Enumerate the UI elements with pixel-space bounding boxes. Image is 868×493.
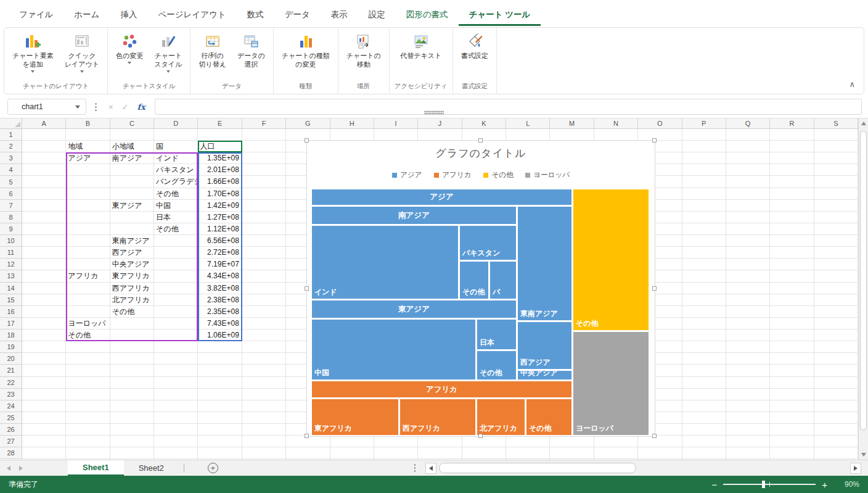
column-header-A[interactable]: A [22,118,66,129]
legend-item[interactable]: ヨーロッパ [525,170,570,180]
row-header-5[interactable]: 5 [0,176,22,188]
treemap-cell[interactable]: その他 [460,262,488,299]
legend-item[interactable]: アフリカ [434,170,471,180]
cancel-entry-icon[interactable]: × [104,102,118,112]
chart-resize-handle[interactable] [305,434,309,438]
cell-B17[interactable]: ヨーロッパ [66,319,105,328]
hscroll-left-icon[interactable] [425,463,436,474]
row-header-21[interactable]: 21 [0,365,22,376]
horizontal-scrollbar-thumb[interactable] [439,463,636,473]
vertical-scrollbar[interactable] [858,118,868,460]
menu-tab[interactable]: 挿入 [110,3,147,26]
treemap-cell[interactable]: バ [490,262,516,299]
cell-B18[interactable]: その他 [66,331,91,340]
name-box-dropdown-icon[interactable] [75,106,80,109]
column-header-B[interactable]: B [66,118,110,129]
column-header-N[interactable]: N [594,118,638,129]
treemap-cell[interactable]: アフリカ [312,381,571,397]
sheet-tab-sheet1[interactable]: Sheet1 [68,460,124,476]
chart-resize-handle[interactable] [305,138,309,143]
column-header-I[interactable]: I [374,118,418,129]
zoom-percent[interactable]: 90% [838,480,859,489]
cell-D7[interactable]: 中国 [154,201,171,210]
treemap-cell[interactable]: 東アジア [312,300,516,318]
enter-entry-icon[interactable]: ✓ [118,102,133,112]
cell-C3[interactable]: 南アジア [110,154,142,163]
treemap-cell[interactable]: その他 [573,189,649,330]
row-header-12[interactable]: 12 [0,259,22,270]
ribbon-button[interactable]: チャート スタイル [149,30,187,73]
cell-E3[interactable]: 1.35E+09 [198,154,240,163]
ribbon-button[interactable]: チャート要素 を追加 [7,30,59,73]
cell-B2[interactable]: 地域 [66,142,83,151]
cell-D3[interactable]: インド [154,154,179,163]
column-header-P[interactable]: P [682,118,726,129]
row-header-18[interactable]: 18 [0,329,22,341]
menu-tab[interactable]: 数式 [237,3,274,26]
treemap-cell[interactable]: 北アフリカ [477,399,525,435]
menu-tab[interactable]: チャート ツール [459,3,541,26]
column-header-L[interactable]: L [506,118,550,129]
cell-D9[interactable]: その他 [154,225,179,234]
treemap-plot-area[interactable]: アジア南アジアインドパキスタンその他バ東アジア中国日本その他東南アジア西アジア中… [312,189,649,435]
treemap-cell[interactable]: その他 [526,399,571,435]
cell-C16[interactable]: その他 [110,307,135,317]
treemap-cell[interactable]: アジア [312,189,571,205]
add-sheet-button[interactable]: + [208,463,218,473]
column-header-O[interactable]: O [638,118,682,129]
ribbon-button[interactable]: クイック レイアウト [59,30,105,73]
menu-tab[interactable]: 表示 [321,3,358,26]
row-header-23[interactable]: 23 [0,389,22,400]
row-header-10[interactable]: 10 [0,235,22,247]
cell-C11[interactable]: 西アジア [110,248,142,257]
ribbon-button[interactable]: データの 選択 [232,30,271,68]
column-header-F[interactable]: F [242,118,286,129]
chart-title[interactable]: グラフのタイトル [307,146,655,160]
legend-item[interactable]: アジア [392,170,422,180]
insert-function-icon[interactable]: fx [133,102,150,112]
cell-C2[interactable]: 小地域 [110,142,134,151]
cell-E5[interactable]: 1.66E+08 [198,177,240,186]
row-header-9[interactable]: 9 [0,223,22,235]
cell-E9[interactable]: 1.12E+08 [198,225,240,234]
cell-D6[interactable]: その他 [154,189,179,199]
legend-item[interactable]: その他 [483,170,513,180]
dropdown-caret-icon[interactable] [80,70,84,73]
ribbon-button[interactable]: 書式設定 [456,30,494,60]
treemap-cell[interactable]: 中国 [312,320,475,379]
row-header-24[interactable]: 24 [0,400,22,412]
row-header-25[interactable]: 25 [0,412,22,424]
treemap-cell[interactable]: 中央アジア [518,371,571,379]
row-header-15[interactable]: 15 [0,294,22,306]
cell-E15[interactable]: 2.38E+08 [198,296,240,305]
cell-D2[interactable]: 国 [154,142,163,151]
pane-drag-dots-icon[interactable] [424,110,444,115]
formula-input[interactable] [155,99,862,115]
column-header-J[interactable]: J [418,118,462,129]
row-header-2[interactable]: 2 [0,141,22,152]
ribbon-button[interactable]: 色の変更 [110,30,149,64]
select-all-corner[interactable] [0,118,22,129]
cell-E6[interactable]: 1.70E+08 [198,189,240,199]
chart-resize-handle[interactable] [305,286,309,291]
treemap-cell[interactable]: 日本 [477,320,516,349]
dropdown-caret-icon[interactable] [166,70,170,73]
menu-tab[interactable]: 図形の書式 [396,3,459,26]
cell-D4[interactable]: パキスタン [154,165,197,175]
chart-legend[interactable]: アジアアフリカその他ヨーロッパ [307,170,655,180]
zoom-in-button[interactable]: + [816,479,833,490]
row-header-27[interactable]: 27 [0,436,22,447]
row-header-8[interactable]: 8 [0,212,22,223]
cell-E10[interactable]: 6.56E+08 [198,236,240,246]
prev-sheet-icon[interactable] [7,466,10,471]
name-box[interactable]: chart1 [7,99,86,115]
sheet-tab-sheet2[interactable]: Sheet2 [124,460,179,476]
row-header-26[interactable]: 26 [0,424,22,436]
cell-E2[interactable]: 人口 [198,142,215,151]
zoom-slider[interactable] [723,484,816,485]
ribbon-button[interactable]: チャートの 移動 [341,30,387,68]
row-header-16[interactable]: 16 [0,306,22,318]
treemap-cell[interactable]: 西アジア [518,322,571,369]
zoom-out-button[interactable]: − [705,479,723,490]
column-header-S[interactable]: S [814,118,858,129]
